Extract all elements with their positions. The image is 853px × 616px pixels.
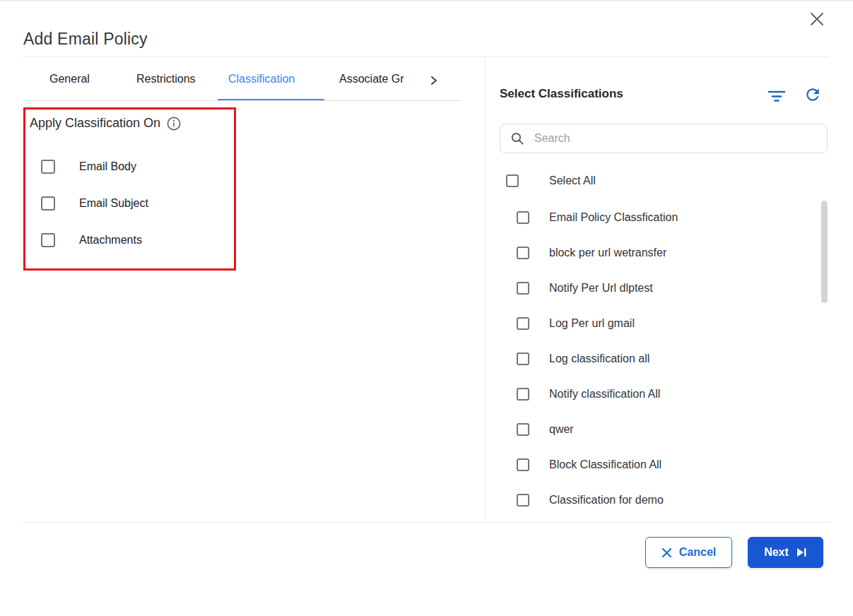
classification-checkbox[interactable]: [517, 494, 529, 507]
dialog-title: Add Email Policy: [23, 30, 148, 49]
classification-search[interactable]: [500, 124, 828, 153]
classification-label: qwer: [549, 423, 574, 436]
classification-checkbox[interactable]: [517, 211, 529, 224]
next-button[interactable]: Next: [748, 537, 823, 568]
email-subject-label: Email Subject: [79, 197, 148, 210]
select-all-row[interactable]: Select All: [506, 174, 596, 187]
close-button[interactable]: [806, 8, 828, 30]
search-icon: [510, 131, 524, 146]
classification-row[interactable]: Notify classification All: [517, 388, 660, 401]
classification-row[interactable]: Log classification all: [517, 353, 649, 365]
title-divider: [23, 57, 830, 57]
classification-checkbox[interactable]: [517, 282, 529, 295]
classification-checkbox[interactable]: [517, 458, 529, 471]
checkbox-row-email-subject[interactable]: Email Subject: [41, 196, 148, 211]
chevron-right-icon: [430, 76, 438, 85]
classification-label: block per url wetransfer: [549, 247, 666, 259]
select-classifications-heading: Select Classifications: [500, 87, 623, 101]
classification-label: Log classification all: [549, 353, 649, 365]
apply-classification-label: Apply Classification On: [30, 116, 160, 131]
classification-checkbox[interactable]: [517, 388, 529, 401]
filter-button[interactable]: [766, 86, 787, 106]
refresh-button[interactable]: [802, 84, 823, 105]
select-all-label: Select All: [549, 174, 596, 187]
tab-general[interactable]: General: [49, 73, 90, 85]
classification-row[interactable]: Log Per url gmail: [517, 317, 635, 330]
cancel-label: Cancel: [679, 546, 716, 559]
next-label: Next: [764, 546, 789, 559]
tab-associate-groups[interactable]: Associate Gr: [339, 73, 404, 85]
tabs-bottom-border: [23, 100, 461, 101]
classification-label: Notify Per Url dlptest: [549, 282, 653, 295]
list-scrollbar[interactable]: [821, 201, 828, 303]
panel-divider: [485, 58, 486, 518]
skip-next-icon: [796, 547, 807, 557]
filter-icon: [767, 88, 787, 104]
classification-row[interactable]: block per url wetransfer: [517, 247, 666, 259]
classification-label: Email Policy Classfication: [549, 211, 678, 224]
refresh-icon: [804, 85, 822, 104]
tab-restrictions[interactable]: Restrictions: [136, 73, 196, 85]
classification-row[interactable]: Classification for demo: [517, 494, 664, 507]
attachments-checkbox[interactable]: [41, 233, 55, 247]
cancel-button[interactable]: Cancel: [645, 537, 732, 568]
classification-checkbox[interactable]: [517, 423, 529, 436]
checkbox-row-email-body[interactable]: Email Body: [41, 160, 136, 174]
dialog-top-edge: [0, 0, 853, 1]
classification-label: Log Per url gmail: [549, 317, 635, 330]
classification-label: Classification for demo: [549, 494, 664, 507]
classification-row[interactable]: Notify Per Url dlptest: [517, 282, 653, 295]
footer-divider: [23, 522, 830, 523]
info-icon[interactable]: [167, 117, 181, 131]
search-input[interactable]: [534, 132, 817, 145]
classification-checkbox[interactable]: [517, 353, 529, 365]
tab-overflow-button[interactable]: [427, 73, 441, 88]
add-email-policy-dialog: Add Email Policy General Restrictions Cl…: [0, 0, 853, 616]
classification-label: Notify classification All: [549, 388, 660, 401]
classification-checkbox[interactable]: [517, 247, 529, 259]
select-all-checkbox[interactable]: [506, 174, 519, 187]
classification-row[interactable]: Block Classification All: [517, 458, 661, 471]
tab-classification[interactable]: Classification: [228, 73, 295, 85]
apply-classification-heading: Apply Classification On: [30, 116, 181, 131]
classification-row[interactable]: Email Policy Classfication: [517, 211, 678, 224]
cancel-x-icon: [661, 547, 672, 558]
email-body-label: Email Body: [79, 160, 136, 173]
checkbox-row-attachments[interactable]: Attachments: [41, 233, 142, 247]
email-subject-checkbox[interactable]: [41, 196, 55, 211]
close-icon: [809, 11, 825, 27]
attachments-label: Attachments: [79, 234, 142, 247]
classification-row[interactable]: qwer: [517, 423, 574, 436]
classification-label: Block Classification All: [549, 458, 661, 471]
email-body-checkbox[interactable]: [41, 160, 55, 174]
classification-checkbox[interactable]: [517, 317, 529, 330]
